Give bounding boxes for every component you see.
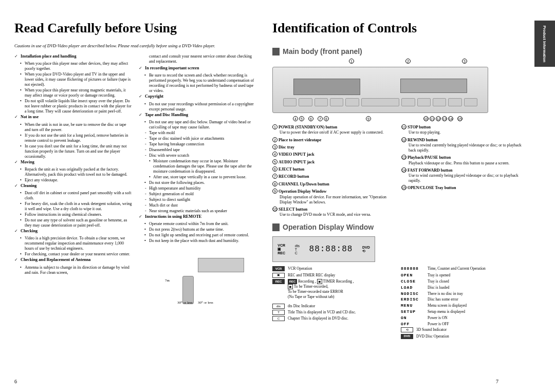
callout-11: 11 [430, 116, 435, 121]
control-3: Disc tray [279, 145, 294, 150]
bullet: Do not keep in the place with much dust … [139, 238, 257, 244]
callout-9: 9 [366, 116, 371, 121]
bullet: In case you don't use the unit for a lon… [14, 144, 133, 159]
bullet: Do not spill volatile liquids like insec… [14, 99, 133, 114]
dvd-label: DVD Disc Operation [416, 334, 449, 339]
title-icon: T [272, 310, 285, 315]
callout-8: 8 [324, 116, 329, 121]
vcr-icon: VCR [272, 266, 285, 271]
seg-on: ON [401, 315, 424, 321]
chapter-icon: C [272, 316, 285, 321]
rec-icon: REC [272, 279, 285, 284]
bullet: For checking, contact your dealer or you… [14, 252, 133, 257]
controls-list: 1POWER (STANDBY/ON) buttonUse to power t… [272, 124, 524, 219]
control-1: POWER (STANDBY/ON) button [279, 125, 337, 129]
intro-text: Cautions in use of DVD-Video player are … [14, 43, 257, 49]
callout-13: 13 [442, 116, 447, 121]
main-body-header: Main body (front panel) [272, 47, 524, 55]
seg-nodisc: NODISC [401, 291, 424, 297]
device-button-icon [314, 98, 328, 106]
control-13: Playback/PAUSE button [408, 155, 451, 160]
control-10-desc: Use to change DVD mode to VCR mode, and … [272, 212, 395, 217]
dts-icon: dts [272, 304, 285, 309]
rec-timer-icon: ▣ [272, 273, 285, 278]
side-tab: Product Information [534, 21, 555, 67]
seg-menu: MENU [401, 303, 424, 309]
control-5: AUDIO INPUT jack [279, 160, 314, 164]
control-12-desc: Use to rewind currently being played vid… [401, 143, 524, 153]
page-title-left: Read Carefully before Using [14, 21, 257, 36]
dash: Tape having breakage connection [139, 142, 257, 147]
page-title-right: Identification of Controls [272, 21, 524, 36]
control-14: FAST FORWARD button [408, 168, 452, 173]
bullet: Video is a high precision device. To obt… [14, 236, 133, 251]
seg-close: CLOSE [401, 279, 424, 285]
callout-labels-top: 1 2 3 [272, 59, 524, 64]
remote-diagram: 7m 30° or less 30° or less [146, 248, 249, 304]
sound-3d-icon: ⟲ [401, 327, 413, 332]
manual-spread: Read Carefully before Using Cautions in … [0, 0, 555, 392]
sound-3d-label: 3D Sound Indicator [416, 327, 447, 332]
callout-4: 4 [293, 116, 298, 121]
device-button-icon [448, 98, 461, 106]
display-window-title: Operation Display Window [283, 223, 374, 231]
nodisc-label: There is no disc in tray [428, 291, 463, 297]
seg-setup: SETUP [401, 309, 424, 315]
dash: Disassembled tape [139, 147, 257, 153]
device-front-panel [272, 67, 488, 113]
cassette-slot-icon [293, 79, 360, 95]
sec-cleaning: Cleaning [21, 183, 36, 188]
dvd-icon: DVD [401, 334, 413, 339]
remote-angle-1: 30° or less [177, 301, 193, 305]
bullet: After use, store tape vertically in a ca… [139, 175, 257, 180]
sec-copyright: Copyright [145, 94, 163, 99]
bullet: Repack the unit as it was originally pac… [14, 167, 133, 177]
bullet: Do not use any tape and disc below. Dama… [139, 120, 257, 130]
continue-text: contact and consult your nearest service… [139, 54, 257, 64]
callout-14: 14 [448, 116, 453, 121]
control-8: CHANNEL Up/Down button [279, 182, 329, 186]
remote-icon [182, 276, 194, 304]
sec-recording: In recording important screen [145, 66, 199, 70]
dash: Much dirt or dust [139, 203, 257, 208]
control-11-desc: Use to stop playing. [401, 130, 524, 135]
device-button-icon [299, 98, 312, 106]
setup-label: Setup menu is displayed [428, 309, 465, 315]
callout-7: 7 [318, 116, 323, 121]
chapter-label: Chapter This is displayed in DVD disc. [288, 316, 348, 321]
seg-load: LOAD [401, 285, 424, 291]
time-counter-label: Time, Counter and Current Operation [428, 266, 486, 272]
callout-12: 12 [436, 116, 441, 121]
callout-10: 10 [423, 116, 429, 121]
dash: Tape or disc stained with juice or attac… [139, 136, 257, 141]
dash: High temperature and humidity [139, 186, 257, 191]
dash: Disc with severe scratch [139, 153, 257, 158]
side-tab-label: Product Information [543, 25, 547, 62]
control-6: EJECT button [279, 167, 304, 172]
display-window-graphic: VCR▣REC dtsTC 88:88:88 DVD⟲ [272, 236, 375, 262]
bullet: When you place this player near strong m… [14, 88, 133, 98]
rec-states: REC Recording , ▣ TIMER Recording , ▣ To… [288, 279, 354, 300]
control-14-desc: Use to wind currently being played video… [401, 173, 524, 183]
dash: Subject to direct sunlight [139, 197, 257, 202]
bullet: When you place DVD-Video player and TV i… [14, 72, 133, 87]
bullet: Dust off dirt in cabinet or control pane… [14, 191, 133, 201]
bullet: Eject any videotape. [14, 178, 133, 183]
bullet: Do not use your recordings without permi… [139, 102, 257, 112]
device-button-row [283, 98, 477, 106]
callout-2: 2 [405, 59, 411, 64]
display-legend-left: VCRVCR Operation ▣REC and TIMER REC disp… [272, 266, 396, 340]
dash: Subject generation of mold [139, 192, 257, 197]
bullet: Operate remote control within 7m from th… [139, 221, 257, 227]
seg-off: OFF [401, 322, 424, 327]
control-12: REWIND button [408, 138, 437, 142]
bullet: Antenna is subject to change in its dire… [14, 265, 133, 275]
bullet: If you do not use the unit for a long pe… [14, 133, 133, 143]
device-icon [198, 258, 244, 272]
main-body-title: Main body (front panel) [283, 47, 362, 55]
rec-timer-label: REC and TIMER REC display [288, 273, 335, 278]
sec-moving: Moving [21, 160, 34, 164]
controls-col-2: 11STOP buttonUse to stop playing. 12REWI… [401, 124, 524, 219]
device-button-icon [283, 98, 297, 106]
sec-checking: Checking [21, 229, 38, 233]
